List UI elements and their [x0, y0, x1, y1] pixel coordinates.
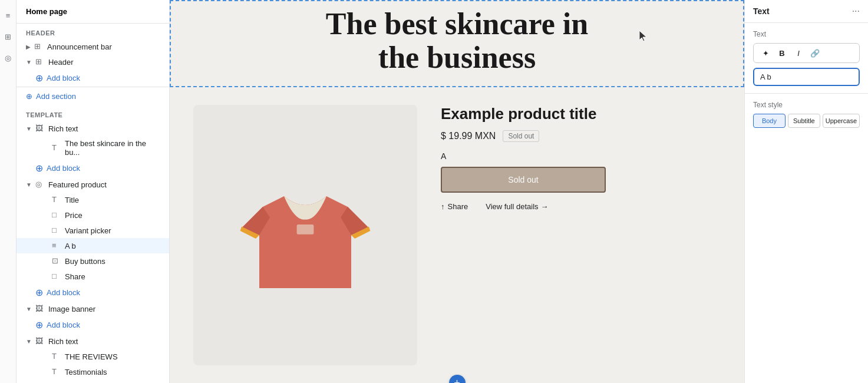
sidebar-item-image-banner[interactable]: ▼ 🖼 Image banner [16, 301, 169, 316]
product-title: Example product title [441, 105, 721, 123]
share-icon: ↑ [441, 202, 445, 211]
layout-icon: ⊞ [34, 42, 44, 51]
plus-icon-4: ⊕ [35, 287, 43, 298]
text-field-label: Text [753, 30, 860, 38]
template-section-label: Template [16, 105, 169, 121]
arrow-icon: → [541, 202, 549, 211]
add-block-rt2-btn[interactable]: ⊕ Add block [16, 379, 169, 383]
link-button[interactable]: 🔗 [808, 46, 822, 60]
style-body-button[interactable]: Body [753, 114, 786, 128]
canvas-hero-section[interactable]: The best skincare in the business [170, 0, 744, 87]
sidebar-ab-label: A b [65, 242, 160, 250]
product-price: $ 19.99 MXN [441, 131, 496, 141]
chevron-down-icon: ▼ [26, 59, 32, 65]
add-block-fp-label: Add block [47, 288, 80, 297]
box-icon-2: □ [52, 226, 61, 235]
sold-out-button[interactable]: Sold out [441, 167, 606, 193]
layout-icon-2: ⊞ [35, 57, 45, 67]
add-block-header-btn[interactable]: ⊕ Add block [16, 70, 169, 87]
plus-icon: ⊕ [35, 72, 43, 84]
share-label: Share [448, 202, 468, 211]
add-block-fp-btn[interactable]: ⊕ Add block [16, 284, 169, 301]
canvas-product-section: Example product title $ 19.99 MXN Sold o… [170, 87, 744, 383]
circle-icon-2: ◎ [35, 180, 45, 189]
sidebar-price-label: Price [65, 211, 160, 220]
sidebar-item-ab[interactable]: ≡ A b [16, 238, 169, 253]
sidebar-item-rich-text-2[interactable]: ▼ 🖼 Rich text [16, 334, 169, 349]
sidebar-item-the-reviews[interactable]: T THE REVIEWS [16, 349, 169, 364]
sidebar-variant-label: Variant picker [65, 226, 160, 235]
image-icon-3: 🖼 [35, 336, 45, 346]
cursor-icon [639, 31, 649, 42]
menu-icon[interactable]: ≡ [2, 9, 14, 21]
add-block-label: Add block [47, 74, 80, 82]
sidebar-item-share[interactable]: □ Share [16, 269, 169, 284]
right-panel-header: Text ··· [745, 0, 868, 23]
sold-out-badge: Sold out [503, 130, 539, 142]
view-full-details-link[interactable]: View full details → [486, 202, 548, 211]
bold-icon: B [779, 49, 784, 58]
style-uppercase-button[interactable]: Uppercase [823, 114, 860, 128]
product-variant-label: A [441, 151, 721, 161]
hero-text: The best skincare in the business [291, 1, 623, 86]
text-formatting-toolbar: ✦ B I 🔗 [753, 43, 860, 63]
sidebar-item-header[interactable]: ▼ ⊞ Header [16, 54, 169, 70]
sidebar-item-label-header: Header [48, 58, 160, 67]
sidebar-item-title[interactable]: T Title [16, 192, 169, 207]
product-image-area [193, 105, 417, 365]
main-canvas: The best skincare in the business + [170, 0, 744, 383]
sidebar-buy-buttons-label: Buy buttons [65, 257, 160, 266]
sidebar-item-variant-picker[interactable]: □ Variant picker [16, 223, 169, 238]
add-block-ib-btn[interactable]: ⊕ Add block [16, 316, 169, 334]
italic-icon: I [797, 49, 800, 58]
image-icon: 🖼 [35, 124, 45, 133]
sidebar-testimonials-label: Testimonials [65, 368, 160, 377]
sidebar-title-label: Title [65, 196, 160, 204]
sidebar-item-featured-product[interactable]: ▼ ◎ Featured product [16, 177, 169, 192]
style-subtitle-button[interactable]: Subtitle [788, 114, 820, 128]
share-button[interactable]: ↑ Share [441, 202, 468, 211]
chevron-down-icon-4: ▼ [26, 306, 32, 312]
sparkle-icon: ✦ [763, 49, 769, 58]
add-section-btn[interactable]: ⊕ Add section [16, 87, 169, 105]
plus-icon-2: ⊕ [26, 92, 32, 101]
chevron-down-icon-3: ▼ [26, 181, 32, 188]
panel-more-button[interactable]: ··· [852, 6, 860, 16]
box-icon-3: □ [52, 272, 61, 281]
box-icon: □ [52, 210, 61, 220]
style-buttons-group: Body Subtitle Uppercase [753, 114, 860, 128]
text-input[interactable] [753, 68, 860, 86]
header-section-label: Header [16, 24, 169, 39]
sparkle-button[interactable]: ✦ [758, 46, 773, 60]
chevron-down-icon-5: ▼ [26, 338, 32, 345]
sidebar-item-best-skincare[interactable]: T The best skincare in the bu... [16, 136, 169, 160]
sidebar-item-buy-buttons[interactable]: ⊡ Buy buttons [16, 253, 169, 269]
text-icon-2: T [52, 195, 61, 204]
grid-icon[interactable]: ⊞ [2, 31, 14, 42]
sidebar-image-banner-label: Image banner [48, 305, 160, 313]
text-icon-5: T [52, 367, 61, 377]
sidebar-best-skincare-label: The best skincare in the bu... [65, 139, 160, 157]
product-info: Example product title $ 19.99 MXN Sold o… [417, 105, 721, 365]
chevron-right-icon: ▶ [26, 44, 31, 50]
page-title: Home page [26, 7, 67, 16]
plus-icon-5: ⊕ [35, 319, 43, 331]
add-block-ib-label: Add block [47, 321, 80, 329]
sidebar-item-rich-text-1[interactable]: ▼ 🖼 Rich text [16, 121, 169, 136]
add-block-rt1-btn[interactable]: ⊕ Add block [16, 160, 169, 177]
sidebar: Home page Header ▶ ⊞ Announcement bar ▼ … [16, 0, 170, 383]
sidebar-item-testimonials[interactable]: T Testimonials [16, 364, 169, 379]
image-icon-2: 🖼 [35, 304, 45, 313]
chevron-down-icon-2: ▼ [26, 126, 32, 132]
text-style-section: Text style Body Subtitle Uppercase [745, 94, 868, 135]
italic-button[interactable]: I [791, 46, 806, 60]
add-section-label: Add section [36, 92, 76, 101]
text-icon: T [52, 143, 61, 153]
bold-button[interactable]: B [775, 46, 789, 60]
cart-icon: ⊡ [52, 256, 61, 266]
sidebar-rich-text-2-label: Rich text [48, 337, 160, 346]
sidebar-item-price[interactable]: □ Price [16, 207, 169, 223]
circle-icon[interactable]: ◎ [2, 52, 14, 64]
text-field-section: Text ✦ B I 🔗 [745, 23, 868, 94]
sidebar-item-announcement-bar[interactable]: ▶ ⊞ Announcement bar [16, 39, 169, 54]
